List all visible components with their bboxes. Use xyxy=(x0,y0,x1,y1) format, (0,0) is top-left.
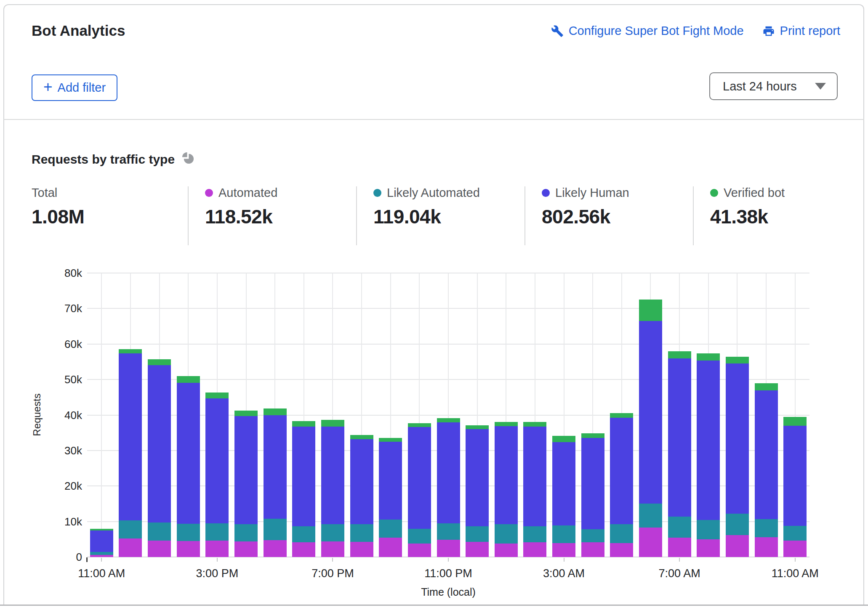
bar-segment-likely-automated[interactable] xyxy=(697,520,720,539)
bar-segment-likely-human[interactable] xyxy=(408,427,431,528)
bar-segment-automated[interactable] xyxy=(379,538,402,557)
bar-segment-automated[interactable] xyxy=(321,541,344,557)
bar-segment-automated[interactable] xyxy=(610,543,633,557)
bar-segment-likely-human[interactable] xyxy=(292,427,315,526)
bar-segment-likely-human[interactable] xyxy=(610,418,633,524)
bar-segment-likely-human[interactable] xyxy=(119,353,142,520)
bar-segment-verified-bot[interactable] xyxy=(90,529,113,530)
bar-segment-likely-automated[interactable] xyxy=(783,526,807,541)
bar-segment-automated[interactable] xyxy=(350,542,373,557)
bar-segment-likely-automated[interactable] xyxy=(581,529,604,542)
bar-segment-verified-bot[interactable] xyxy=(610,413,633,418)
bar-segment-likely-automated[interactable] xyxy=(177,524,200,541)
bar-segment-verified-bot[interactable] xyxy=(783,417,807,426)
bar-segment-likely-human[interactable] xyxy=(234,416,258,524)
bar-segment-likely-automated[interactable] xyxy=(668,517,691,538)
bar-segment-verified-bot[interactable] xyxy=(234,411,258,416)
bar-segment-verified-bot[interactable] xyxy=(292,421,315,427)
bar-segment-likely-human[interactable] xyxy=(755,390,778,519)
bar-segment-likely-automated[interactable] xyxy=(119,520,142,538)
bar-segment-verified-bot[interactable] xyxy=(726,357,749,363)
time-range-dropdown[interactable]: Last 24 hours xyxy=(709,72,838,100)
bar-segment-automated[interactable] xyxy=(119,538,142,557)
bar-segment-likely-human[interactable] xyxy=(321,427,344,524)
bar-segment-automated[interactable] xyxy=(148,541,171,557)
bar-segment-automated[interactable] xyxy=(639,528,662,557)
bar-segment-automated[interactable] xyxy=(523,542,546,557)
bar-segment-verified-bot[interactable] xyxy=(264,408,287,415)
bar-segment-verified-bot[interactable] xyxy=(495,422,518,426)
bar-segment-likely-automated[interactable] xyxy=(408,529,431,544)
bar-segment-likely-human[interactable] xyxy=(697,361,720,520)
bar-segment-likely-human[interactable] xyxy=(437,422,460,523)
bar-segment-likely-automated[interactable] xyxy=(292,526,315,543)
bar-segment-automated[interactable] xyxy=(205,541,229,557)
bar-segment-likely-human[interactable] xyxy=(495,426,518,525)
bar-segment-likely-automated[interactable] xyxy=(437,523,460,540)
bar-segment-automated[interactable] xyxy=(90,555,113,557)
bar-segment-verified-bot[interactable] xyxy=(697,353,720,361)
bar-segment-likely-automated[interactable] xyxy=(205,523,229,541)
bar-segment-likely-automated[interactable] xyxy=(148,522,171,541)
bar-segment-likely-human[interactable] xyxy=(783,426,807,526)
bar-segment-verified-bot[interactable] xyxy=(408,423,431,427)
bar-segment-automated[interactable] xyxy=(292,542,315,557)
bar-segment-likely-human[interactable] xyxy=(726,363,749,514)
bar-segment-likely-human[interactable] xyxy=(90,530,113,552)
bar-segment-verified-bot[interactable] xyxy=(350,435,373,439)
bar-segment-likely-automated[interactable] xyxy=(234,524,258,541)
bar-segment-verified-bot[interactable] xyxy=(466,425,489,429)
bar-segment-verified-bot[interactable] xyxy=(437,418,460,422)
print-report-link[interactable]: Print report xyxy=(762,24,840,38)
bar-segment-automated[interactable] xyxy=(234,541,258,557)
bar-segment-automated[interactable] xyxy=(726,535,749,557)
bar-segment-likely-automated[interactable] xyxy=(552,525,575,543)
bar-segment-verified-bot[interactable] xyxy=(581,433,604,438)
bar-segment-likely-human[interactable] xyxy=(639,321,662,504)
bar-segment-automated[interactable] xyxy=(581,542,604,557)
bar-segment-automated[interactable] xyxy=(755,537,778,557)
bar-segment-likely-human[interactable] xyxy=(350,439,373,525)
bar-segment-likely-human[interactable] xyxy=(264,415,287,519)
bar-segment-likely-automated[interactable] xyxy=(755,519,778,537)
bar-segment-likely-automated[interactable] xyxy=(726,514,749,535)
bar-segment-verified-bot[interactable] xyxy=(321,420,344,426)
bar-segment-likely-human[interactable] xyxy=(379,442,402,520)
bar-segment-likely-automated[interactable] xyxy=(90,552,113,555)
bar-segment-automated[interactable] xyxy=(552,543,575,557)
bar-segment-verified-bot[interactable] xyxy=(552,436,575,442)
bar-segment-likely-automated[interactable] xyxy=(379,520,402,538)
bar-segment-likely-automated[interactable] xyxy=(610,524,633,543)
bar-segment-likely-automated[interactable] xyxy=(350,524,373,541)
bar-segment-likely-automated[interactable] xyxy=(639,504,662,528)
bar-segment-automated[interactable] xyxy=(264,540,287,557)
bar-segment-automated[interactable] xyxy=(697,539,720,557)
bar-segment-automated[interactable] xyxy=(177,541,200,557)
bar-segment-verified-bot[interactable] xyxy=(119,349,142,353)
bar-segment-likely-human[interactable] xyxy=(581,438,604,529)
bar-segment-likely-automated[interactable] xyxy=(523,526,546,543)
bar-segment-verified-bot[interactable] xyxy=(668,351,691,358)
bar-segment-verified-bot[interactable] xyxy=(379,438,402,441)
bar-segment-likely-human[interactable] xyxy=(205,398,229,523)
configure-super-bot-fight-mode-link[interactable]: Configure Super Bot Fight Mode xyxy=(551,24,744,38)
bar-segment-likely-human[interactable] xyxy=(668,358,691,517)
bar-segment-likely-human[interactable] xyxy=(466,429,489,526)
bar-segment-likely-automated[interactable] xyxy=(321,524,344,541)
bar-segment-likely-automated[interactable] xyxy=(264,519,287,540)
bar-segment-verified-bot[interactable] xyxy=(205,393,229,398)
bar-segment-likely-automated[interactable] xyxy=(466,526,489,542)
bar-segment-verified-bot[interactable] xyxy=(148,359,171,365)
bar-segment-automated[interactable] xyxy=(466,542,489,557)
bar-segment-automated[interactable] xyxy=(408,544,431,557)
bar-segment-verified-bot[interactable] xyxy=(523,422,546,426)
bar-segment-automated[interactable] xyxy=(437,540,460,557)
bar-segment-likely-human[interactable] xyxy=(148,365,171,523)
bar-segment-automated[interactable] xyxy=(783,541,807,557)
bar-segment-likely-human[interactable] xyxy=(523,427,546,526)
bar-segment-verified-bot[interactable] xyxy=(639,300,662,321)
bar-segment-likely-human[interactable] xyxy=(177,383,200,524)
bar-segment-automated[interactable] xyxy=(495,544,518,557)
bar-segment-verified-bot[interactable] xyxy=(177,376,200,383)
bar-segment-verified-bot[interactable] xyxy=(755,383,778,391)
